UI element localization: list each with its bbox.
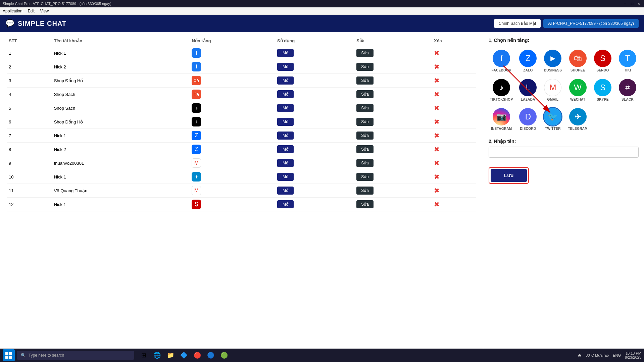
window-controls[interactable]: − □ × [623, 2, 641, 6]
menu-view[interactable]: View [40, 9, 49, 13]
open-button[interactable]: Mở [277, 90, 294, 98]
maximize-button[interactable]: □ [630, 2, 635, 6]
cell-platform: M [190, 184, 275, 198]
open-button[interactable]: Mở [277, 200, 294, 208]
app3-icon[interactable]: 🟢 [218, 349, 230, 361]
platform-item-instagram[interactable]: 📷 INSTAGRAM [489, 106, 514, 133]
wechat-icon: W [569, 79, 587, 96]
cell-delete: ✖ [432, 74, 476, 88]
edit-button[interactable]: Sửa [356, 173, 374, 181]
privacy-policy-button[interactable]: Chính Sách Bảo Mật [494, 19, 541, 28]
platform-item-shopee[interactable]: 🛍 SHOPEE [566, 48, 589, 74]
lazada-label: LAZADA [521, 98, 535, 101]
edit-button[interactable]: Sửa [356, 63, 374, 71]
delete-button[interactable]: ✖ [434, 132, 440, 140]
cell-delete: ✖ [432, 198, 476, 211]
open-button[interactable]: Mở [277, 132, 294, 140]
edit-button[interactable]: Sửa [356, 118, 374, 126]
open-button[interactable]: Mở [277, 63, 294, 71]
delete-button[interactable]: ✖ [434, 104, 440, 112]
app2-icon[interactable]: 🔵 [205, 349, 217, 361]
slack-label: SLACK [622, 98, 634, 101]
edge-icon[interactable]: 🔷 [178, 349, 190, 361]
platform-item-lazada[interactable]: L LAZADA [517, 77, 539, 103]
menu-edit[interactable]: Edit [28, 9, 35, 13]
cell-delete: ✖ [432, 170, 476, 184]
cell-delete: ✖ [432, 143, 476, 156]
taskview-icon[interactable]: ⊞ [138, 349, 150, 361]
open-button[interactable]: Mở [277, 173, 294, 181]
menu-application[interactable]: Application [3, 9, 22, 13]
open-button[interactable]: Mở [277, 49, 294, 57]
open-button[interactable]: Mở [277, 76, 294, 85]
start-button[interactable] [3, 349, 15, 361]
app1-icon[interactable]: 🔴 [191, 349, 203, 361]
name-input[interactable] [489, 147, 639, 158]
delete-button[interactable]: ✖ [434, 200, 440, 208]
cell-edit: Sửa [354, 184, 432, 198]
open-button[interactable]: Mở [277, 104, 294, 112]
platform-item-telegram[interactable]: ✈ TELEGRAM [566, 106, 589, 133]
platform-item-business[interactable]: ► BUSINESS [542, 48, 564, 74]
delete-button[interactable]: ✖ [434, 173, 440, 181]
platform-item-twitter[interactable]: 🐦 TWITTER [542, 106, 564, 133]
cell-platform: Z [190, 129, 275, 143]
edit-button[interactable]: Sửa [356, 49, 374, 57]
cell-use: Mở [275, 88, 354, 101]
cell-name: Shop Đồng Hồ [52, 115, 190, 129]
edit-button[interactable]: Sửa [356, 76, 374, 85]
facebook-label: FACEBOOK [492, 68, 511, 72]
open-button[interactable]: Mở [277, 187, 294, 195]
platform-item-discord[interactable]: D DISCORD [517, 106, 539, 133]
platform-item-wechat[interactable]: W WECHAT [566, 77, 589, 103]
cell-edit: Sửa [354, 115, 432, 129]
slack-icon: # [619, 79, 636, 96]
delete-button[interactable]: ✖ [434, 145, 440, 153]
edit-button[interactable]: Sửa [356, 104, 374, 112]
platform-item-sendo[interactable]: S SENDO [592, 48, 614, 74]
taskbar: 🔍 Type here to search ⊞ 🌐 📁 🔷 🔴 🔵 🟢 🌧 30… [0, 349, 644, 362]
delete-button[interactable]: ✖ [434, 49, 440, 57]
platform-item-facebook[interactable]: f FACEBOOK [489, 48, 514, 74]
cell-use: Mở [275, 143, 354, 156]
license-button[interactable]: ATP-CHAT_PRO-5177089 - (còn 330/365 ngày… [543, 19, 639, 28]
delete-button[interactable]: ✖ [434, 63, 440, 71]
cell-stt: 7 [7, 129, 52, 143]
edit-button[interactable]: Sửa [356, 187, 374, 195]
minimize-button[interactable]: − [623, 2, 627, 6]
cell-name: Nick 1 [52, 198, 190, 211]
delete-button[interactable]: ✖ [434, 76, 440, 85]
delete-button[interactable]: ✖ [434, 159, 440, 167]
close-button[interactable]: × [637, 2, 641, 6]
platform-item-gmail[interactable]: M GMAIL [542, 77, 564, 103]
open-button[interactable]: Mở [277, 118, 294, 126]
search-bar[interactable]: 🔍 Type here to search [17, 351, 134, 360]
platform-item-slack[interactable]: # SLACK [616, 77, 639, 103]
section2-title: 2, Nhập tên: [489, 139, 639, 144]
platform-item-skype[interactable]: S SKYPE [592, 77, 614, 103]
cell-stt: 1 [7, 46, 52, 60]
open-button[interactable]: Mở [277, 145, 294, 153]
edit-button[interactable]: Sửa [356, 90, 374, 98]
platform-item-tiktokshop[interactable]: ♪ TIKTOKSHOP [489, 77, 514, 103]
cell-stt: 4 [7, 88, 52, 101]
weather-icon: 🌧 [578, 353, 582, 357]
edit-button[interactable]: Sửa [356, 200, 374, 208]
edit-button[interactable]: Sửa [356, 159, 374, 167]
sendo-icon: S [594, 50, 611, 67]
delete-button[interactable]: ✖ [434, 90, 440, 98]
delete-button[interactable]: ✖ [434, 187, 440, 195]
taskbar-right: 🌧 30°C Mưa rào ENG 10:18 PM 8/23/2023 [578, 351, 641, 359]
cell-delete: ✖ [432, 156, 476, 170]
edit-button[interactable]: Sửa [356, 145, 374, 153]
edit-button[interactable]: Sửa [356, 132, 374, 140]
save-button[interactable]: Lưu [491, 169, 527, 182]
cell-use: Mở [275, 101, 354, 115]
platform-item-tiki[interactable]: T TIKI [616, 48, 639, 74]
browser-icon[interactable]: 🌐 [151, 349, 163, 361]
open-button[interactable]: Mở [277, 159, 294, 167]
files-icon[interactable]: 📁 [164, 349, 177, 361]
search-placeholder: Type here to search [29, 353, 64, 358]
delete-button[interactable]: ✖ [434, 118, 440, 126]
platform-item-zalo[interactable]: Z ZALO [517, 48, 539, 74]
